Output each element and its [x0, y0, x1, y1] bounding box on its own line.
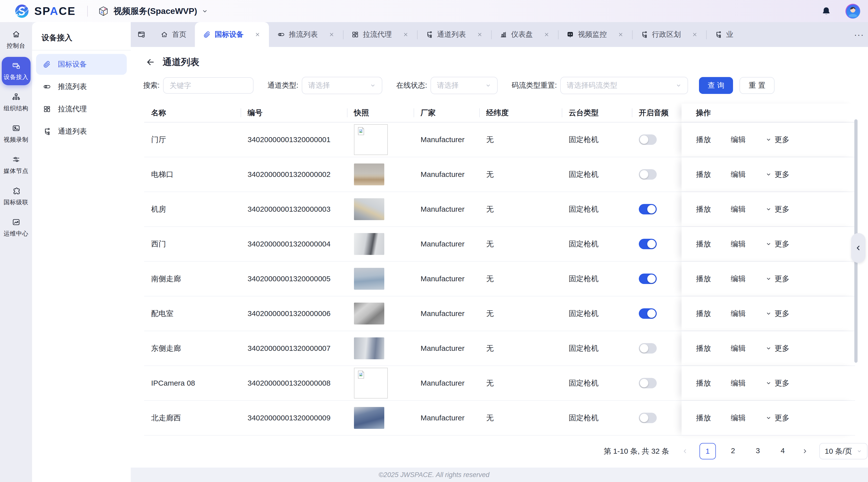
more-button[interactable]: 更多: [766, 239, 789, 249]
edit-button[interactable]: 编辑: [731, 413, 746, 423]
sidebar-item-device-access[interactable]: 设备接入: [2, 57, 31, 85]
more-button[interactable]: 更多: [766, 413, 789, 423]
audio-toggle[interactable]: [639, 378, 657, 388]
tab-region[interactable]: 行政区划: [632, 22, 706, 47]
audio-toggle[interactable]: [639, 308, 657, 319]
sidebar-item-video-record[interactable]: 视频录制: [2, 120, 31, 148]
audio-toggle[interactable]: [639, 413, 657, 423]
snapshot-thumbnail[interactable]: [354, 163, 384, 185]
audio-toggle[interactable]: [639, 343, 657, 354]
search-button[interactable]: 查询: [699, 77, 733, 94]
reset-button[interactable]: 重置: [740, 77, 775, 94]
prev-page-button[interactable]: [680, 444, 690, 459]
audio-toggle[interactable]: [639, 204, 657, 215]
snapshot-thumbnail[interactable]: [354, 302, 384, 324]
next-page-button[interactable]: [800, 444, 810, 459]
panel-collapse-handle[interactable]: [851, 233, 866, 263]
channel-type-select[interactable]: 请选择: [302, 77, 382, 94]
tab-overflow-button[interactable]: ···: [850, 22, 868, 47]
chevron-down-icon: [766, 206, 772, 212]
search-input[interactable]: [163, 77, 253, 94]
play-button[interactable]: 播放: [696, 343, 711, 354]
audio-toggle[interactable]: [639, 134, 657, 145]
audio-toggle[interactable]: [639, 169, 657, 180]
back-arrow-icon[interactable]: [146, 57, 155, 67]
tab-home[interactable]: 首页: [152, 22, 195, 47]
tab-dashboard[interactable]: 仪表盘: [491, 22, 558, 47]
row-actions: 播放编辑更多: [682, 123, 855, 157]
play-button[interactable]: 播放: [696, 169, 711, 180]
snapshot-thumbnail[interactable]: [354, 268, 384, 290]
play-button[interactable]: 播放: [696, 135, 711, 145]
edit-button[interactable]: 编辑: [731, 274, 746, 284]
tab-close-icon[interactable]: [544, 32, 550, 37]
bell-icon[interactable]: [821, 6, 831, 16]
page-button-1[interactable]: 1: [700, 443, 716, 459]
more-button[interactable]: 更多: [766, 169, 789, 180]
tab-business[interactable]: 业: [706, 22, 742, 47]
submenu-item-push-stream[interactable]: 推流列表: [36, 76, 127, 97]
play-button[interactable]: 播放: [696, 413, 711, 423]
submenu-item-pull-proxy[interactable]: 拉流代理: [36, 99, 127, 120]
home-icon: [161, 31, 168, 38]
submenu-item-gb-device[interactable]: 国标设备: [36, 54, 127, 75]
more-button[interactable]: 更多: [766, 135, 789, 145]
more-button[interactable]: 更多: [766, 274, 789, 284]
tab-close-icon[interactable]: [329, 32, 335, 37]
edit-button[interactable]: 编辑: [731, 378, 746, 388]
snapshot-broken-image[interactable]: [354, 124, 388, 155]
cell-lnglat: 无: [479, 204, 562, 215]
play-button[interactable]: 播放: [696, 309, 711, 319]
sidebar-item-console[interactable]: 控制台: [2, 26, 31, 54]
sidebar-item-gb-cascade[interactable]: 国标级联: [2, 182, 31, 211]
tab-video-monitor[interactable]: 视频监控: [558, 22, 632, 47]
play-button[interactable]: 播放: [696, 378, 711, 388]
edit-button[interactable]: 编辑: [731, 343, 746, 354]
sidebar-item-org-structure[interactable]: 组织结构: [2, 88, 31, 117]
tab-close-icon[interactable]: [254, 32, 260, 37]
online-status-select[interactable]: 请选择: [431, 77, 498, 94]
play-button[interactable]: 播放: [696, 274, 711, 284]
user-avatar[interactable]: [845, 3, 861, 19]
sidebar-item-ops-center[interactable]: 运维中心: [2, 214, 31, 242]
more-label: 更多: [775, 413, 789, 423]
edit-button[interactable]: 编辑: [731, 204, 746, 215]
page-button-4[interactable]: 4: [775, 443, 790, 458]
edit-button[interactable]: 编辑: [731, 239, 746, 249]
edit-button[interactable]: 编辑: [731, 135, 746, 145]
pagination: 第 1-10 条, 共 32 条 1234 10 条/页: [131, 443, 868, 459]
tab-push-stream[interactable]: 推流列表: [269, 22, 343, 47]
play-button[interactable]: 播放: [696, 204, 711, 215]
snapshot-broken-image[interactable]: [354, 368, 388, 398]
app-switcher[interactable]: A B L 视频服务(SpaceWVP): [98, 5, 208, 17]
more-button[interactable]: 更多: [766, 378, 789, 388]
sidebar-toggle-button[interactable]: [131, 22, 152, 47]
more-button[interactable]: 更多: [766, 309, 789, 319]
submenu-item-channel-list[interactable]: 通道列表: [36, 121, 127, 142]
snapshot-thumbnail[interactable]: [354, 233, 384, 255]
sidebar-item-media-node[interactable]: 媒体节点: [2, 151, 31, 179]
cell-name: 电梯口: [144, 169, 241, 180]
snapshot-thumbnail[interactable]: [354, 407, 384, 429]
tab-close-icon[interactable]: [618, 32, 624, 37]
tab-close-icon[interactable]: [477, 32, 483, 37]
chevron-down-icon: [766, 171, 772, 178]
snapshot-thumbnail[interactable]: [354, 338, 384, 359]
more-button[interactable]: 更多: [766, 343, 789, 354]
edit-button[interactable]: 编辑: [731, 169, 746, 180]
snapshot-thumbnail[interactable]: [354, 198, 384, 220]
tab-close-icon[interactable]: [403, 32, 409, 37]
stream-type-filter-select[interactable]: 请选择码流类型: [560, 77, 688, 94]
more-button[interactable]: 更多: [766, 204, 789, 215]
page-button-2[interactable]: 2: [725, 443, 741, 458]
edit-button[interactable]: 编辑: [731, 309, 746, 319]
audio-toggle[interactable]: [639, 274, 657, 284]
tab-gb-device[interactable]: 国标设备: [195, 22, 269, 47]
page-size-select[interactable]: 10 条/页: [819, 443, 868, 459]
tab-pull-proxy[interactable]: 拉流代理: [343, 22, 417, 47]
page-button-3[interactable]: 3: [750, 443, 766, 458]
audio-toggle[interactable]: [639, 239, 657, 249]
tab-channel-list[interactable]: 通道列表: [417, 22, 491, 47]
play-button[interactable]: 播放: [696, 239, 711, 249]
tab-close-icon[interactable]: [692, 32, 698, 37]
